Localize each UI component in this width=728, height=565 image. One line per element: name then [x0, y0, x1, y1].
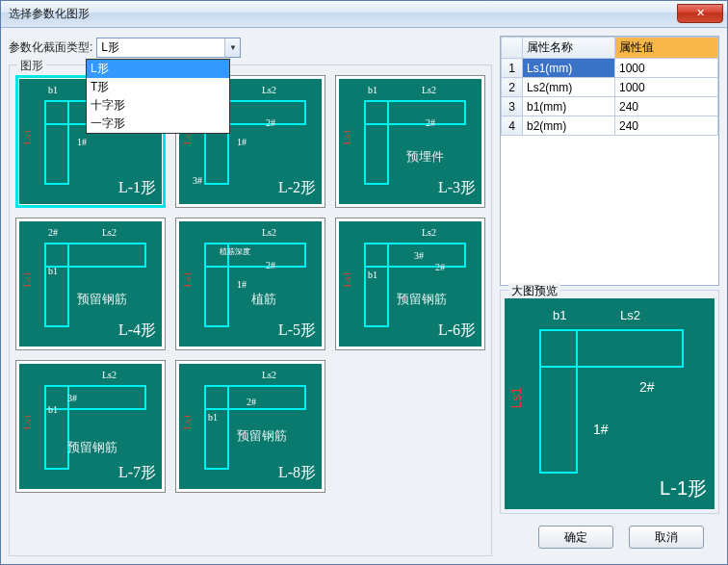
content-area: 参数化截面类型: L形 ▼ L形 T形 十字形 一字形 图形	[1, 28, 727, 564]
left-column: 参数化截面类型: L形 ▼ L形 T形 十字形 一字形 图形	[9, 36, 492, 556]
thumb-l4-label: L-4形	[118, 321, 156, 341]
thumb-l3-text: 预埋件	[406, 148, 444, 166]
thumb-l8-canvas: Ls1 Ls2 2# b1 预留钢筋 L-8形	[179, 364, 322, 489]
prop-value[interactable]: 1000	[615, 78, 718, 97]
dim-1: 1#	[77, 137, 87, 147]
dim-b1: b1	[48, 404, 58, 415]
dim-2: 2#	[435, 262, 445, 272]
thumb-grid: Ls1 b1 Ls2 1# 2# L-1形 Ls1	[15, 75, 485, 493]
prop-value[interactable]: 240	[615, 97, 718, 116]
dim-ls2: Ls2	[102, 227, 117, 238]
prop-name: Ls1(mm)	[523, 59, 615, 78]
combobox-value: L形	[101, 39, 119, 56]
dim-2: 2#	[426, 117, 435, 128]
row-index: 1	[502, 59, 523, 78]
ok-button[interactable]: 确定	[538, 526, 613, 549]
dim-2: 2#	[266, 117, 275, 128]
thumb-l6-text: 预留钢筋	[397, 291, 447, 308]
table-row[interactable]: 4 b2(mm) 240	[502, 116, 718, 136]
row-index: 3	[502, 97, 523, 116]
value-header[interactable]: 属性值	[615, 38, 718, 59]
dim-ls1: Ls1	[21, 414, 33, 430]
thumb-l6-label: L-6形	[438, 321, 476, 341]
dim-b1: b1	[48, 266, 58, 276]
dim-b1: b1	[368, 85, 377, 95]
thumb-l7-text: 预留钢筋	[67, 439, 117, 456]
thumb-l4-canvas: Ls1 2# Ls2 b1 预留钢筋 L-4形	[19, 221, 162, 347]
type-option-l[interactable]: L形	[87, 60, 229, 78]
thumb-l7-canvas: Ls1 Ls2 3# b1 预留钢筋 L-7形	[19, 364, 162, 489]
thumb-l1-label: L-1形	[118, 178, 156, 198]
dim-b1: b1	[208, 412, 218, 423]
dim-zj: 植筋深度	[220, 246, 250, 257]
type-option-line[interactable]: 一字形	[87, 115, 229, 133]
preview-label: L-1形	[660, 475, 707, 501]
dim-ls1: Ls1	[341, 129, 352, 145]
shapes-legend: 图形	[17, 58, 46, 74]
name-header[interactable]: 属性名称	[523, 38, 615, 59]
preview-ls2: Ls2	[620, 308, 640, 322]
dim-ls1: Ls1	[21, 129, 33, 145]
property-table: 属性名称 属性值 1 Ls1(mm) 1000 2 Ls2(mm)	[500, 36, 719, 286]
dim-b1: b1	[48, 85, 58, 95]
button-row: 确定 取消	[500, 518, 719, 556]
dim-3: 3#	[193, 175, 202, 186]
dim-ls1: Ls1	[181, 414, 193, 430]
preview-ls1: Ls1	[508, 387, 524, 409]
thumb-l5-canvas: Ls1 Ls2 植筋深度 2# 1# 植筋 L-5形	[179, 221, 322, 347]
shapes-fieldset: 图形 Ls1 b1 Ls2 1# 2# L-1形	[9, 64, 492, 556]
preview-fieldset: 大图预览 Ls1 b1 Ls2 2# 1# L-1形	[500, 290, 719, 514]
thumb-l5-label: L-5形	[278, 321, 316, 341]
dim-2: 2#	[48, 227, 58, 238]
thumb-l4-text: 预留钢筋	[77, 291, 127, 308]
window-title: 选择参数化图形	[9, 6, 90, 22]
table-row[interactable]: 3 b1(mm) 240	[502, 97, 718, 116]
thumb-l6[interactable]: Ls1 Ls2 3# 2# b1 预留钢筋 L-6形	[335, 218, 485, 350]
thumb-l3[interactable]: Ls1 b1 Ls2 2# 预埋件 L-3形	[335, 75, 485, 208]
dim-ls1: Ls1	[181, 271, 193, 288]
dim-ls2: Ls2	[102, 370, 117, 380]
dim-ls2: Ls2	[262, 227, 276, 238]
thumb-l8[interactable]: Ls1 Ls2 2# b1 预留钢筋 L-8形	[175, 360, 325, 493]
type-selector-row: 参数化截面类型: L形 ▼ L形 T形 十字形 一字形	[9, 36, 492, 59]
dim-b1: b1	[368, 270, 377, 280]
type-combobox[interactable]: L形 ▼	[96, 38, 241, 58]
dim-1: 1#	[237, 279, 247, 290]
dim-ls1: Ls1	[341, 271, 352, 288]
thumb-l5[interactable]: Ls1 Ls2 植筋深度 2# 1# 植筋 L-5形	[175, 218, 325, 350]
rownum-header	[502, 38, 523, 59]
dim-ls1: Ls1	[21, 271, 33, 288]
row-index: 4	[502, 116, 523, 136]
dim-ls2: Ls2	[422, 227, 436, 238]
preview-canvas: Ls1 b1 Ls2 2# 1# L-1形	[505, 298, 715, 509]
cancel-button[interactable]: 取消	[629, 526, 704, 549]
dim-ls2: Ls2	[262, 370, 276, 380]
type-option-cross[interactable]: 十字形	[87, 96, 229, 115]
prop-value[interactable]: 1000	[615, 59, 718, 78]
thumb-l6-canvas: Ls1 Ls2 3# 2# b1 预留钢筋 L-6形	[339, 221, 481, 347]
prop-name: b2(mm)	[523, 116, 615, 136]
type-option-t[interactable]: T形	[87, 78, 229, 96]
type-dropdown-list: L形 T形 十字形 一字形	[86, 59, 230, 134]
close-button[interactable]: ✕	[677, 4, 723, 23]
dialog-window: 选择参数化图形 ✕ 参数化截面类型: L形 ▼ L形 T形 十字形 一字形	[0, 0, 728, 565]
thumb-l3-canvas: Ls1 b1 Ls2 2# 预埋件 L-3形	[339, 79, 481, 204]
right-column: 属性名称 属性值 1 Ls1(mm) 1000 2 Ls2(mm)	[500, 36, 719, 556]
row-index: 2	[502, 78, 523, 97]
thumb-l4[interactable]: Ls1 2# Ls2 b1 预留钢筋 L-4形	[15, 218, 166, 350]
preview-1: 1#	[593, 422, 609, 437]
dim-2: 2#	[247, 397, 256, 407]
thumb-l7[interactable]: Ls1 Ls2 3# b1 预留钢筋 L-7形	[15, 360, 166, 493]
table-row[interactable]: 1 Ls1(mm) 1000	[502, 59, 718, 78]
thumb-l7-label: L-7形	[118, 463, 156, 483]
table-row[interactable]: 2 Ls2(mm) 1000	[502, 78, 718, 97]
prop-name: Ls2(mm)	[523, 78, 615, 97]
dim-2: 2#	[266, 260, 275, 270]
dim-3: 3#	[67, 393, 77, 403]
prop-name: b1(mm)	[523, 97, 615, 116]
prop-value[interactable]: 240	[615, 116, 718, 136]
chevron-down-icon: ▼	[224, 39, 240, 57]
dim-ls2: Ls2	[422, 85, 436, 95]
thumb-l5-text: 植筋	[251, 291, 276, 308]
type-label: 参数化截面类型:	[9, 39, 92, 56]
